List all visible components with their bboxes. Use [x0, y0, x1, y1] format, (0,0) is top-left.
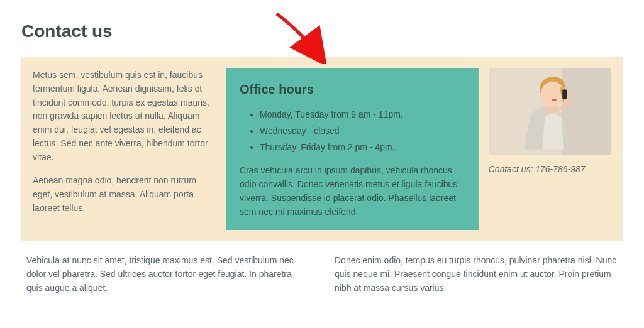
bottom-paragraph-2: Donec enim odio, tempus eu turpis rhoncu… [335, 254, 618, 295]
contact-card-column: Contact us: 176-786-987 [479, 57, 623, 241]
office-hours-text: Cras vehicula arcu in ipsum dapibus, veh… [240, 164, 465, 219]
contact-photo [489, 68, 611, 155]
list-item: Monday, Tuesday from 9 am - 11pm. [260, 107, 465, 123]
bottom-paragraph-1: Vehicula at nunc sit amet, tristique max… [26, 254, 309, 295]
page-title: Contact us [21, 18, 623, 45]
businesswoman-illustration [489, 68, 611, 149]
office-hours-list: Monday, Tuesday from 9 am - 11pm. Wednes… [240, 107, 465, 155]
contact-phone: Contact us: 176-786-987 [489, 163, 611, 183]
intro-paragraph-1: Metus sem, vestibulum quis est in, fauci… [33, 68, 214, 164]
list-item: Thursday, Friday from 2 pm - 4pm. [260, 139, 465, 156]
svg-point-3 [552, 99, 556, 102]
intro-column: Metus sem, vestibulum quis est in, fauci… [21, 57, 226, 241]
office-hours-box: Office hours Monday, Tuesday from 9 am -… [226, 68, 479, 230]
contact-panel: Metus sem, vestibulum quis est in, fauci… [21, 57, 623, 241]
svg-rect-2 [562, 90, 567, 99]
bottom-text-row: Vehicula at nunc sit amet, tristique max… [21, 241, 623, 295]
office-hours-heading: Office hours [240, 80, 465, 99]
intro-paragraph-2: Aenean magna odio, hendrerit non rutrum … [33, 174, 214, 215]
list-item: Wednesday - closed [260, 123, 465, 139]
